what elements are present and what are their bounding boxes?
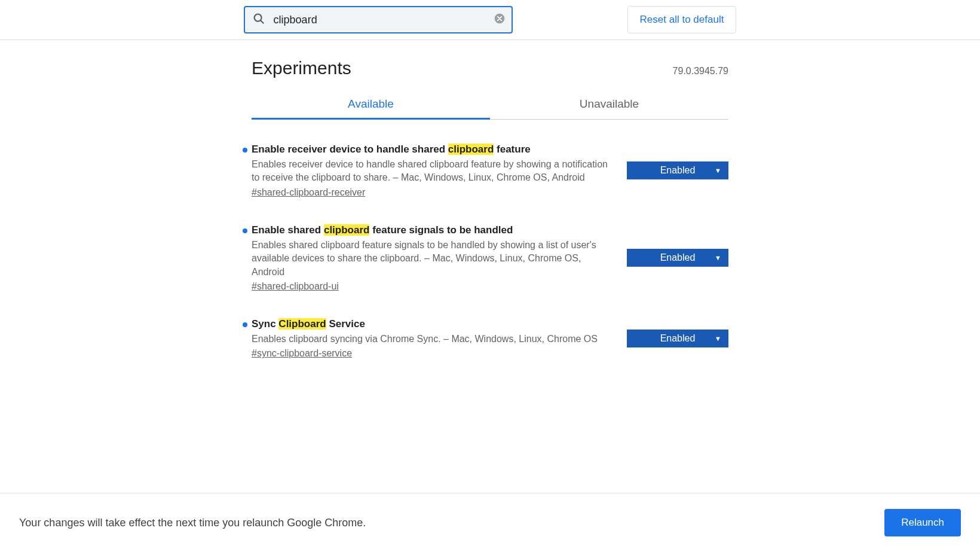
title-row: Experiments 79.0.3945.79 [252,58,728,78]
clear-search-icon[interactable] [494,13,506,27]
flag-select-wrapper: Enabled ▼ [627,224,728,292]
reset-all-button[interactable]: Reset all to default [627,6,737,33]
flag-select-wrapper: Enabled ▼ [627,144,728,198]
chevron-down-icon: ▼ [715,167,721,174]
flag-item: Sync Clipboard Service Enables clipboard… [252,318,728,359]
flag-title: Enable shared clipboard feature signals … [252,224,612,236]
flag-body: Sync Clipboard Service Enables clipboard… [252,318,627,359]
flag-description: Enables shared clipboard feature signals… [252,239,612,279]
search-icon [252,12,265,28]
flag-description: Enables receiver device to handle shared… [252,158,612,185]
search-highlight: Clipboard [278,318,326,330]
svg-point-0 [254,14,261,22]
flag-item: Enable receiver device to handle shared … [252,144,728,198]
flag-body: Enable shared clipboard feature signals … [252,224,627,292]
flag-state-value: Enabled [660,165,696,176]
search-highlight: clipboard [324,224,370,236]
modified-dot-icon [243,322,247,327]
flag-state-value: Enabled [660,252,696,263]
flag-select-wrapper: Enabled ▼ [627,318,728,359]
flag-title: Enable receiver device to handle shared … [252,144,612,155]
page-title: Experiments [252,58,351,78]
modified-dot-icon [243,148,247,153]
tab-unavailable[interactable]: Unavailable [490,89,728,119]
flag-state-select[interactable]: Enabled ▼ [627,330,728,347]
flag-description: Enables clipboard syncing via Chrome Syn… [252,333,612,346]
flag-title: Sync Clipboard Service [252,318,612,330]
flag-anchor-link[interactable]: #shared-clipboard-ui [252,281,339,291]
header-bar: Reset all to default [0,0,980,40]
flag-list: Enable receiver device to handle shared … [252,144,728,359]
flag-anchor-link[interactable]: #sync-clipboard-service [252,348,352,358]
tabs: Available Unavailable [252,89,728,120]
content-area: Experiments 79.0.3945.79 Available Unava… [252,40,728,457]
flag-item: Enable shared clipboard feature signals … [252,224,728,292]
flag-anchor-link[interactable]: #shared-clipboard-receiver [252,187,365,197]
search-highlight: clipboard [448,144,494,155]
search-input[interactable] [244,6,513,33]
search-wrapper [244,6,513,33]
version-label: 79.0.3945.79 [673,66,728,77]
svg-line-1 [261,20,264,23]
flag-body: Enable receiver device to handle shared … [252,144,627,198]
chevron-down-icon: ▼ [715,335,721,342]
flag-state-select[interactable]: Enabled ▼ [627,161,728,179]
flag-state-value: Enabled [660,333,696,344]
chevron-down-icon: ▼ [715,254,721,261]
tab-available[interactable]: Available [252,89,490,119]
flag-state-select[interactable]: Enabled ▼ [627,249,728,267]
modified-dot-icon [243,228,247,233]
